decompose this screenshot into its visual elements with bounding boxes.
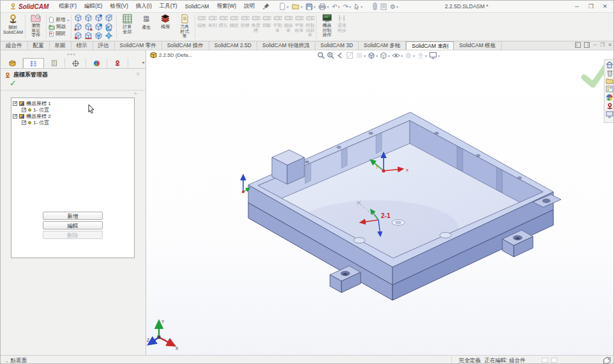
calculate-all-button[interactable]: 計算 全部	[117, 13, 137, 40]
new-document-button[interactable]	[278, 2, 290, 11]
file-properties-button[interactable]	[379, 3, 388, 11]
cam-cube-icon[interactable]	[94, 22, 103, 31]
turning-sync-incline-button[interactable]: 同動 傾斜 車	[304, 13, 315, 40]
about-solidcam-button[interactable]: 關於 SolidCAM	[2, 13, 24, 40]
turning-trochoidal-button[interactable]: 擺線 車	[283, 13, 294, 40]
tab-solidcam-3d[interactable]: SolidCAM 3D	[315, 41, 359, 50]
tree-item-machine-coordsys-1[interactable]: 機器座標 1	[13, 100, 133, 106]
turning-manual-button[interactable]: 手動 車	[272, 13, 283, 40]
channel-sync-button[interactable]: 通道 同步	[336, 13, 347, 40]
tab-sketch[interactable]: 草圖	[50, 41, 71, 50]
collapse-chevron-icon[interactable]: ^	[134, 91, 137, 97]
tab-property-manager[interactable]	[44, 58, 65, 68]
panel-overflow-icon[interactable]: ▸	[142, 60, 145, 65]
browse-recent-parts-button[interactable]: 瀏覽 最近 零件	[26, 13, 45, 40]
save-button[interactable]	[304, 3, 317, 11]
3d-model-canvas[interactable]: x y 2-1	[146, 50, 614, 355]
cam-cube-icon[interactable]	[104, 13, 114, 22]
checkbox-icon[interactable]	[13, 101, 17, 106]
cam-cube-icon[interactable]	[84, 13, 93, 22]
dock-pane-icon[interactable]	[575, 42, 581, 48]
open-cam-part-button[interactable]: 開啟	[49, 24, 69, 30]
tab-solidcam-manager[interactable]	[2, 58, 23, 68]
close-cam-part-button[interactable]: 關閉	[49, 31, 69, 37]
cam-cube-icon[interactable]	[73, 22, 83, 31]
zoom-area-icon[interactable]	[327, 52, 334, 59]
tree-item-position-2[interactable]: 1- 位置	[13, 119, 133, 126]
turning-drill-button[interactable]: 鑽孔	[218, 13, 228, 40]
checkbox-icon[interactable]	[22, 120, 26, 125]
appearances-scenes-icon[interactable]	[606, 94, 613, 101]
zoom-fit-icon[interactable]	[317, 52, 325, 59]
menu-window[interactable]: 視窗(W)	[213, 1, 240, 11]
options-button[interactable]: ⚙	[389, 3, 400, 11]
select-button[interactable]	[353, 3, 364, 11]
print-button[interactable]	[317, 3, 330, 11]
tool-sheet-button[interactable]: 刀具 程式 單	[175, 13, 194, 40]
section-view-icon[interactable]	[346, 52, 354, 59]
previous-view-icon[interactable]	[336, 52, 344, 59]
close-button[interactable]: ✕	[598, 1, 612, 12]
cam-cube-icon[interactable]	[84, 22, 93, 31]
turning-facing-button[interactable]: 端面	[196, 13, 207, 40]
file-explorer-icon[interactable]	[606, 111, 613, 118]
tab-markup[interactable]: 標示	[71, 41, 93, 50]
turning-balanced-rough-button[interactable]: 平衡 粗車	[294, 13, 304, 40]
confirm-check-icon[interactable]: ✓	[10, 78, 17, 88]
cam-cube-icon[interactable]	[104, 22, 114, 31]
tag-icon[interactable]	[603, 357, 611, 364]
turning-turn-button[interactable]: 車削	[207, 13, 218, 40]
undo-button[interactable]: ↶	[331, 3, 341, 11]
panel-grip[interactable]: ●●●	[67, 52, 76, 56]
tab-solidcam-turning[interactable]: SolidCAM 車削	[406, 41, 454, 50]
menu-insert[interactable]: 插入(I)	[132, 1, 156, 11]
menu-help[interactable]: 說明	[240, 1, 258, 11]
doc-minimize-button[interactable]: ─	[593, 42, 597, 48]
tab-solidcam-multiaxis[interactable]: SolidCAM 多軸	[359, 41, 406, 50]
document-tab[interactable]: 2.2.5D (Defa...	[150, 52, 192, 58]
doc-restore-button[interactable]: ❐	[600, 42, 604, 48]
menu-file[interactable]: 檔案(F)	[55, 1, 80, 11]
menu-view[interactable]: 檢視(V)	[106, 1, 131, 11]
tree-item-position-1[interactable]: 1- 位置	[13, 106, 133, 113]
tab-solidcam-afrm[interactable]: SolidCAM 特徵辨識	[257, 41, 315, 50]
generate-gcode-button[interactable]: G01 G0II 產生	[137, 13, 156, 40]
solidcam-taskpane-icon[interactable]	[606, 103, 613, 110]
view-settings-icon[interactable]	[429, 52, 440, 59]
status-faint-icon[interactable]	[542, 358, 548, 363]
cam-cube-icon[interactable]	[94, 31, 103, 40]
turning-angle-groove-button[interactable]: 角度 槽	[250, 13, 261, 40]
turning-groove-button[interactable]: 切槽	[239, 13, 250, 40]
appearances-icon[interactable]	[405, 52, 415, 59]
simulate-button[interactable]: 模擬	[156, 13, 175, 40]
pin-menu-icon[interactable]	[262, 3, 270, 10]
machine-control-button[interactable]: 機器 控制 操作	[317, 13, 336, 40]
checkbox-icon[interactable]	[22, 108, 26, 112]
tree-item-machine-coordsys-2[interactable]: 機器座標 2	[13, 113, 133, 119]
restore-button[interactable]: ❐	[584, 1, 598, 12]
tab-solidcam-tool[interactable]	[107, 58, 128, 68]
home-icon[interactable]	[606, 61, 613, 68]
redo-button[interactable]: ↷	[342, 3, 352, 11]
cam-cube-icon[interactable]	[84, 31, 93, 40]
delete-coordsys-button[interactable]: 刪除	[43, 231, 103, 239]
tab-layout[interactable]: 配置	[28, 41, 50, 50]
menu-tools[interactable]: 工具(T)	[156, 1, 181, 11]
tab-evaluate[interactable]: 評估	[93, 41, 115, 50]
tab-appearances[interactable]	[86, 58, 107, 68]
resources-icon[interactable]	[606, 69, 613, 76]
design-library-icon[interactable]	[606, 78, 613, 84]
rebuild-button[interactable]	[371, 2, 378, 11]
minimize-button[interactable]: ─	[570, 1, 584, 12]
status-faint-icon[interactable]	[551, 358, 557, 363]
open-document-button[interactable]	[290, 3, 304, 11]
tab-assembly[interactable]: 組合件	[1, 41, 28, 50]
cam-cube-icon[interactable]	[104, 31, 114, 40]
view-orientation-icon[interactable]	[368, 52, 378, 59]
graphics-viewport[interactable]: 2.2.5D (Defa...	[146, 50, 614, 355]
cam-cube-icon[interactable]	[73, 31, 83, 40]
tab-solidcam-part[interactable]: SolidCAM 零件	[115, 41, 162, 50]
scene-icon[interactable]	[417, 52, 427, 59]
turning-cutoff-button[interactable]: 切斷	[261, 13, 272, 40]
tab-solidcam-25d[interactable]: SolidCAM 2.5D	[209, 41, 257, 50]
